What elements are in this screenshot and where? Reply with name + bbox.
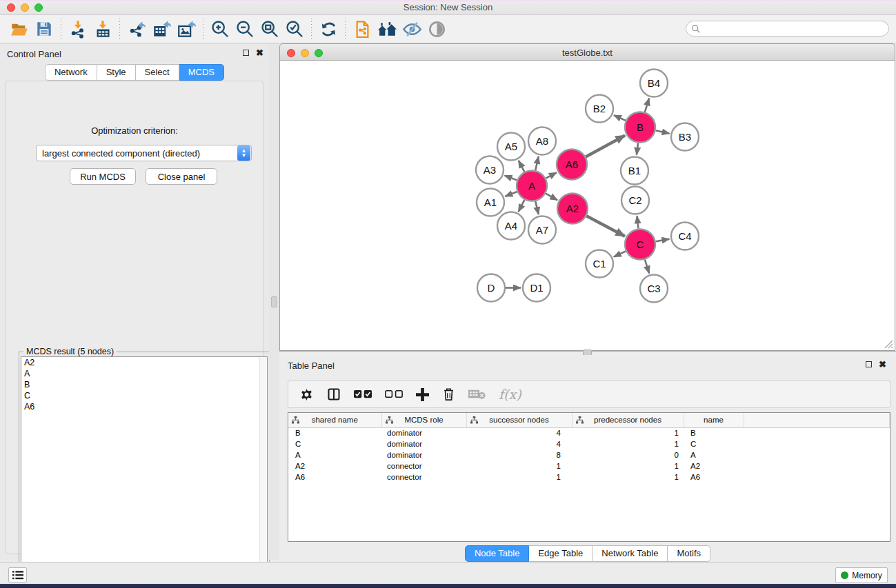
float-panel-icon[interactable] — [866, 361, 872, 367]
column-header-successor-nodes[interactable]: successor nodes — [466, 413, 572, 427]
node-A5[interactable]: A5 — [497, 133, 525, 161]
search-input[interactable] — [701, 23, 888, 35]
cell[interactable]: A — [288, 449, 381, 460]
task-history-button[interactable] — [8, 567, 27, 582]
node-A1[interactable]: A1 — [477, 189, 504, 216]
network-canvas[interactable]: B4B2BB3A8A5A6B1A3AA1C2A2A4A7C4CC1C3DD1 — [279, 61, 895, 351]
table-row[interactable]: A6connector11A6 — [288, 472, 890, 483]
cell[interactable]: B — [684, 427, 744, 438]
node-A8[interactable]: A8 — [528, 128, 556, 155]
cell[interactable]: A — [684, 449, 744, 460]
cell[interactable]: dominator — [381, 449, 466, 460]
cell[interactable]: A6 — [684, 472, 744, 483]
cell[interactable]: dominator — [381, 427, 466, 438]
export-network-icon[interactable] — [124, 17, 149, 41]
close-panel-button[interactable]: Close panel — [146, 168, 217, 185]
tab-mcds[interactable]: MCDS — [179, 64, 224, 81]
cell[interactable]: B — [288, 427, 381, 438]
node-C2[interactable]: C2 — [621, 187, 649, 214]
column-view-icon[interactable] — [327, 387, 341, 401]
node-B4[interactable]: B4 — [640, 70, 668, 97]
first-neighbors-icon[interactable] — [350, 17, 375, 41]
node-C1[interactable]: C1 — [586, 250, 613, 278]
export-table-icon[interactable] — [149, 17, 174, 41]
column-header-name[interactable]: name — [684, 413, 744, 427]
table-row[interactable]: A2connector11A2 — [288, 460, 890, 472]
node-A7[interactable]: A7 — [528, 216, 556, 244]
node-C[interactable]: C — [625, 230, 655, 260]
edge-A-A5[interactable] — [519, 161, 525, 172]
zoom-fit-icon[interactable] — [257, 17, 282, 41]
import-table-icon[interactable] — [90, 17, 115, 41]
node-A[interactable]: A — [517, 171, 547, 201]
cell[interactable]: connector — [381, 472, 466, 483]
cell[interactable]: 4 — [466, 438, 572, 449]
cell[interactable]: 1 — [572, 472, 684, 483]
edge-C-C3[interactable] — [645, 259, 649, 273]
cell[interactable]: 1 — [572, 438, 684, 449]
close-panel-icon[interactable]: ✖ — [879, 361, 886, 368]
delete-column-icon[interactable] — [442, 387, 455, 401]
open-file-icon[interactable] — [7, 17, 32, 41]
save-session-icon[interactable] — [32, 17, 57, 41]
home-icon[interactable] — [375, 17, 399, 41]
result-scrollbar[interactable] — [259, 357, 267, 585]
node-C4[interactable]: C4 — [671, 223, 699, 250]
tab-motifs[interactable]: Motifs — [668, 545, 710, 562]
cell[interactable]: 1 — [572, 460, 684, 472]
select-all-icon[interactable] — [354, 389, 372, 399]
edge-A-A8[interactable] — [535, 156, 539, 170]
cell[interactable]: 1 — [466, 472, 572, 483]
criterion-dropdown[interactable]: largest connected component (directed) ▲… — [36, 145, 252, 161]
node-A3[interactable]: A3 — [476, 156, 504, 184]
edge-A-A6[interactable] — [546, 172, 557, 178]
edge-C-C2[interactable] — [637, 216, 639, 228]
result-item[interactable]: C — [21, 390, 267, 401]
result-item[interactable]: B — [21, 379, 267, 390]
tab-network-table[interactable]: Network Table — [593, 545, 668, 562]
column-header-shared-name[interactable]: shared name — [288, 413, 381, 427]
edge-A-A4[interactable] — [519, 200, 525, 212]
table-row[interactable]: Bdominator41B — [288, 427, 890, 438]
resize-grip-icon[interactable] — [884, 340, 893, 349]
cell[interactable]: 1 — [466, 460, 572, 472]
edge-A-A7[interactable] — [535, 201, 539, 214]
memory-button[interactable]: Memory — [835, 567, 888, 583]
result-item[interactable]: A — [21, 368, 267, 379]
zoom-selected-icon[interactable] — [282, 17, 307, 41]
run-mcds-button[interactable]: Run MCDS — [70, 168, 136, 185]
unselect-all-icon[interactable] — [385, 389, 403, 399]
show-all-icon[interactable] — [424, 17, 449, 41]
tab-select[interactable]: Select — [136, 64, 179, 81]
node-B[interactable]: B — [625, 112, 655, 143]
edge-C-C1[interactable] — [614, 251, 626, 256]
apply-layout-icon[interactable] — [316, 17, 341, 41]
table-row[interactable]: Cdominator41C — [288, 438, 890, 449]
node-B3[interactable]: B3 — [671, 123, 699, 151]
zoom-in-icon[interactable] — [208, 17, 232, 41]
result-item[interactable]: A6 — [21, 401, 267, 412]
network-graph[interactable]: B4B2BB3A8A5A6B1A3AA1C2A2A4A7C4CC1C3DD1 — [280, 61, 895, 350]
float-panel-icon[interactable] — [243, 50, 249, 56]
cell[interactable]: A2 — [288, 460, 381, 472]
edge-A6-B[interactable] — [586, 135, 625, 156]
cell[interactable]: 1 — [572, 427, 684, 438]
network-window-titlebar[interactable]: testGlobe.txt — [279, 43, 895, 61]
tab-edge-table[interactable]: Edge Table — [529, 545, 593, 562]
cell[interactable]: C — [684, 438, 744, 449]
edge-B-B3[interactable] — [655, 130, 669, 133]
tab-style[interactable]: Style — [97, 64, 136, 81]
cell[interactable]: 4 — [466, 427, 572, 438]
cell[interactable]: A2 — [684, 460, 744, 472]
edge-B-B1[interactable] — [637, 143, 638, 154]
column-header-predecessor-nodes[interactable]: predecessor nodes — [572, 413, 684, 427]
column-header-MCDS-role[interactable]: MCDS role — [381, 413, 466, 427]
mcds-result-list[interactable]: A2ABCA6 — [21, 356, 268, 586]
edge-B-B2[interactable] — [614, 115, 626, 121]
node-table[interactable]: shared nameMCDS rolesuccessor nodesprede… — [288, 412, 890, 542]
search-box[interactable] — [686, 21, 889, 37]
edge-A-A2[interactable] — [546, 194, 557, 201]
tab-node-table[interactable]: Node Table — [465, 545, 530, 562]
node-A6[interactable]: A6 — [557, 150, 587, 180]
close-panel-icon[interactable]: ✖ — [256, 49, 263, 57]
